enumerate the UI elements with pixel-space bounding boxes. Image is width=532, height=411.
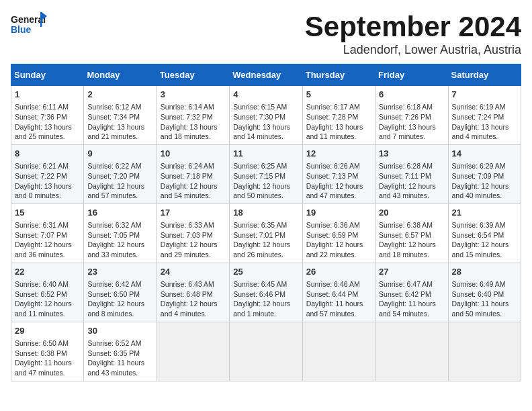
sunset-text: Sunset: 6:38 PM [15,349,80,359]
day-number: 29 [15,325,80,337]
daylight-text: Daylight: 11 hours and 50 minutes. [452,299,517,318]
calendar-cell: 15Sunrise: 6:31 AMSunset: 7:07 PMDayligh… [11,203,84,263]
day-number: 16 [87,207,152,219]
col-header-friday: Friday [375,64,448,86]
day-number: 10 [161,148,226,160]
calendar-cell: 11Sunrise: 6:25 AMSunset: 7:15 PMDayligh… [230,144,302,203]
daylight-text: Daylight: 12 hours and 29 minutes. [161,240,226,259]
day-number: 17 [161,207,226,219]
calendar-cell: 3Sunrise: 6:14 AMSunset: 7:32 PMDaylight… [157,86,229,145]
calendar-cell: 24Sunrise: 6:43 AMSunset: 6:48 PMDayligh… [157,263,229,322]
sunrise-text: Sunrise: 6:33 AM [161,220,226,230]
sunrise-text: Sunrise: 6:24 AM [161,161,226,171]
col-header-wednesday: Wednesday [230,64,302,86]
daylight-text: Daylight: 13 hours and 18 minutes. [161,122,226,142]
sunrise-text: Sunrise: 6:18 AM [379,102,444,112]
day-number: 13 [379,148,444,160]
sunset-text: Sunset: 7:11 PM [379,171,444,181]
col-header-tuesday: Tuesday [157,64,229,86]
col-header-thursday: Thursday [302,64,375,86]
sunset-text: Sunset: 7:18 PM [161,171,226,181]
sunrise-text: Sunrise: 6:40 AM [15,279,80,289]
sunrise-text: Sunrise: 6:39 AM [452,220,517,230]
location-title: Ladendorf, Lower Austria, Austria [305,43,521,57]
sunrise-text: Sunrise: 6:35 AM [233,220,298,230]
calendar-cell: 25Sunrise: 6:45 AMSunset: 6:46 PMDayligh… [230,263,302,322]
sunrise-text: Sunrise: 6:45 AM [233,279,298,289]
day-number: 24 [161,266,226,278]
calendar-cell: 10Sunrise: 6:24 AMSunset: 7:18 PMDayligh… [157,144,229,203]
daylight-text: Daylight: 12 hours and 15 minutes. [452,240,517,259]
sunset-text: Sunset: 6:35 PM [87,349,152,359]
calendar-week-3: 15Sunrise: 6:31 AMSunset: 7:07 PMDayligh… [11,203,521,263]
sunrise-text: Sunrise: 6:50 AM [15,338,80,349]
sunset-text: Sunset: 6:59 PM [306,230,371,240]
sunrise-text: Sunrise: 6:47 AM [379,279,444,289]
sunrise-text: Sunrise: 6:12 AM [87,102,152,112]
daylight-text: Daylight: 12 hours and 36 minutes. [15,240,80,259]
calendar-week-4: 22Sunrise: 6:40 AMSunset: 6:52 PMDayligh… [11,263,521,322]
sunset-text: Sunset: 6:57 PM [379,230,444,240]
calendar-cell: 9Sunrise: 6:22 AMSunset: 7:20 PMDaylight… [84,144,157,203]
day-number: 30 [87,325,152,337]
daylight-text: Daylight: 12 hours and 8 minutes. [87,299,152,318]
calendar-cell: 23Sunrise: 6:42 AMSunset: 6:50 PMDayligh… [84,263,157,322]
day-number: 5 [306,89,371,101]
calendar-cell: 7Sunrise: 6:19 AMSunset: 7:24 PMDaylight… [448,86,521,145]
sunset-text: Sunset: 7:24 PM [452,112,517,122]
day-number: 6 [379,89,444,101]
calendar-cell: 6Sunrise: 6:18 AMSunset: 7:26 PMDaylight… [375,86,448,145]
calendar-header-row: SundayMondayTuesdayWednesdayThursdayFrid… [11,64,521,86]
day-number: 14 [452,148,517,160]
sunset-text: Sunset: 7:07 PM [15,230,80,240]
sunrise-text: Sunrise: 6:49 AM [452,279,517,289]
sunrise-text: Sunrise: 6:42 AM [87,279,152,289]
calendar-cell: 2Sunrise: 6:12 AMSunset: 7:34 PMDaylight… [84,86,157,145]
svg-rect-3 [40,12,42,27]
col-header-sunday: Sunday [11,64,84,86]
sunset-text: Sunset: 7:28 PM [306,112,371,122]
page-header: General Blue September 2024 Ladendorf, L… [11,11,521,57]
calendar-cell: 14Sunrise: 6:29 AMSunset: 7:09 PMDayligh… [448,144,521,203]
daylight-text: Daylight: 11 hours and 54 minutes. [379,299,444,318]
daylight-text: Daylight: 12 hours and 43 minutes. [379,181,444,201]
calendar-cell: 13Sunrise: 6:28 AMSunset: 7:11 PMDayligh… [375,144,448,203]
sunrise-text: Sunrise: 6:38 AM [379,220,444,230]
sunset-text: Sunset: 7:20 PM [87,171,152,181]
sunset-text: Sunset: 7:15 PM [233,171,298,181]
day-number: 21 [452,207,517,219]
day-number: 18 [233,207,298,219]
calendar-cell: 20Sunrise: 6:38 AMSunset: 6:57 PMDayligh… [375,203,448,263]
sunrise-text: Sunrise: 6:26 AM [306,161,371,171]
sunset-text: Sunset: 7:13 PM [306,171,371,181]
sunrise-text: Sunrise: 6:28 AM [379,161,444,171]
calendar-cell: 29Sunrise: 6:50 AMSunset: 6:38 PMDayligh… [11,322,84,381]
day-number: 27 [379,266,444,278]
sunset-text: Sunset: 6:42 PM [379,289,444,300]
sunrise-text: Sunrise: 6:22 AM [87,161,152,171]
calendar-week-5: 29Sunrise: 6:50 AMSunset: 6:38 PMDayligh… [11,322,521,381]
calendar-cell: 18Sunrise: 6:35 AMSunset: 7:01 PMDayligh… [230,203,302,263]
day-number: 9 [87,148,152,160]
sunset-text: Sunset: 7:36 PM [15,112,80,122]
calendar-cell: 26Sunrise: 6:46 AMSunset: 6:44 PMDayligh… [302,263,375,322]
daylight-text: Daylight: 12 hours and 57 minutes. [87,181,152,201]
sunset-text: Sunset: 6:52 PM [15,289,80,300]
daylight-text: Daylight: 11 hours and 57 minutes. [306,299,371,318]
daylight-text: Daylight: 12 hours and 22 minutes. [306,240,371,259]
sunset-text: Sunset: 7:32 PM [161,112,226,122]
sunset-text: Sunset: 6:54 PM [452,230,517,240]
calendar-cell [448,322,521,381]
sunset-text: Sunset: 7:05 PM [87,230,152,240]
calendar-cell: 30Sunrise: 6:52 AMSunset: 6:35 PMDayligh… [84,322,157,381]
daylight-text: Daylight: 11 hours and 43 minutes. [87,358,152,377]
calendar-cell: 22Sunrise: 6:40 AMSunset: 6:52 PMDayligh… [11,263,84,322]
daylight-text: Daylight: 12 hours and 11 minutes. [15,299,80,318]
sunrise-text: Sunrise: 6:36 AM [306,220,371,230]
sunset-text: Sunset: 6:44 PM [306,289,371,300]
daylight-text: Daylight: 12 hours and 1 minute. [233,299,298,318]
sunrise-text: Sunrise: 6:14 AM [161,102,226,112]
sunrise-text: Sunrise: 6:31 AM [15,220,80,230]
day-number: 1 [15,89,80,101]
sunset-text: Sunset: 7:34 PM [87,112,152,122]
